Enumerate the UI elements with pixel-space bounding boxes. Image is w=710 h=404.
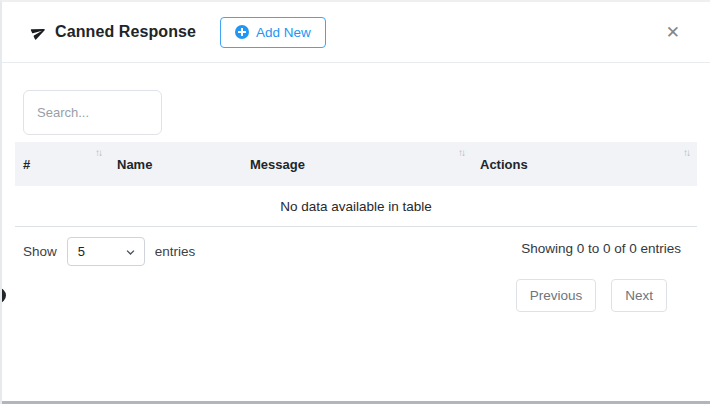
pagination: Previous Next — [15, 266, 697, 312]
previous-button[interactable]: Previous — [516, 279, 597, 312]
column-header-label: # — [23, 157, 30, 172]
sort-icon: ↑↓ — [458, 147, 464, 158]
add-new-button-label: Add New — [256, 25, 311, 40]
next-button[interactable]: Next — [611, 279, 667, 312]
close-icon[interactable]: ✕ — [662, 20, 684, 45]
search-input[interactable] — [23, 90, 162, 135]
sort-icon: ↑↓ — [95, 147, 101, 158]
show-label: Show — [23, 244, 57, 259]
entries-label: entries — [155, 244, 196, 259]
modal-title: Canned Response — [55, 23, 196, 41]
column-header-message[interactable]: Message ↑↓ — [242, 142, 472, 186]
add-new-button[interactable]: Add New — [220, 17, 326, 48]
modal-body: # ↑↓ Name Message ↑↓ Actions ↑↓ — [2, 90, 710, 312]
column-header-label: Actions — [480, 157, 528, 172]
column-header-index[interactable]: # ↑↓ — [15, 142, 109, 186]
paper-plane-icon — [30, 23, 48, 41]
column-header-label: Name — [117, 157, 152, 172]
page-size-select-wrap: 5 — [67, 237, 145, 266]
page-size-select[interactable]: 5 — [67, 237, 145, 266]
sort-icon: ↑↓ — [683, 147, 689, 158]
column-header-label: Message — [250, 157, 305, 172]
canned-response-table: # ↑↓ Name Message ↑↓ Actions ↑↓ — [15, 142, 697, 227]
modal-header: Canned Response Add New ✕ — [2, 2, 710, 63]
canned-response-modal: Canned Response Add New ✕ # ↑↓ Name — [0, 0, 710, 404]
column-header-actions[interactable]: Actions ↑↓ — [472, 142, 697, 186]
column-header-name[interactable]: Name — [109, 142, 242, 186]
table-controls: Show 5 entries Showing 0 to 0 of 0 entri… — [15, 227, 697, 266]
table-header-row: # ↑↓ Name Message ↑↓ Actions ↑↓ — [15, 142, 697, 186]
empty-row: No data available in table — [15, 186, 697, 227]
plus-circle-icon — [235, 25, 249, 39]
page-size-control: Show 5 entries — [23, 237, 195, 266]
empty-table-message: No data available in table — [15, 186, 697, 227]
showing-entries-text: Showing 0 to 0 of 0 entries — [521, 237, 681, 256]
